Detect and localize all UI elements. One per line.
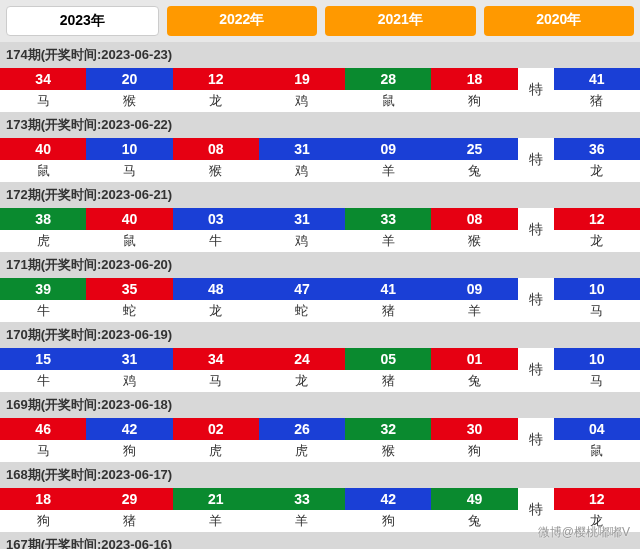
draw-header: 174期(开奖时间:2023-06-23): [0, 42, 640, 68]
ball-zodiac: 猪: [345, 370, 431, 392]
ball-cell: 25兔: [431, 138, 517, 182]
special-label: 特: [518, 418, 554, 462]
year-tabs: 2023年 2022年 2021年 2020年: [0, 0, 640, 42]
ball-zodiac: 马: [86, 160, 172, 182]
ball-row: 39牛35蛇48龙47蛇41猪09羊特10马: [0, 278, 640, 322]
ball-number: 18: [431, 68, 517, 90]
ball-number: 31: [259, 138, 345, 160]
ball-cell: 47蛇: [259, 278, 345, 322]
special-cell: 12龙: [554, 208, 640, 252]
ball-zodiac: 龙: [173, 300, 259, 322]
special-cell: 10马: [554, 348, 640, 392]
tab-2023[interactable]: 2023年: [6, 6, 159, 36]
ball-zodiac: 兔: [431, 510, 517, 532]
ball-zodiac: 羊: [259, 510, 345, 532]
ball-number: 47: [259, 278, 345, 300]
draw-header: 173期(开奖时间:2023-06-22): [0, 112, 640, 138]
ball-zodiac: 猪: [345, 300, 431, 322]
ball-zodiac: 马: [0, 90, 86, 112]
ball-number: 49: [431, 488, 517, 510]
ball-number: 35: [86, 278, 172, 300]
draw-header: 168期(开奖时间:2023-06-17): [0, 462, 640, 488]
special-cell: 41猪: [554, 68, 640, 112]
special-zodiac: 马: [554, 370, 640, 392]
ball-zodiac: 猴: [86, 90, 172, 112]
ball-row: 46马42狗02虎26虎32猴30狗特04鼠: [0, 418, 640, 462]
ball-number: 41: [345, 278, 431, 300]
ball-row: 40鼠10马08猴31鸡09羊25兔特36龙: [0, 138, 640, 182]
ball-number: 40: [86, 208, 172, 230]
special-number: 10: [554, 278, 640, 300]
ball-zodiac: 蛇: [259, 300, 345, 322]
ball-cell: 49兔: [431, 488, 517, 532]
tab-2020[interactable]: 2020年: [484, 6, 635, 36]
special-zodiac: 龙: [554, 230, 640, 252]
ball-number: 15: [0, 348, 86, 370]
ball-zodiac: 狗: [431, 440, 517, 462]
ball-row: 34马20猴12龙19鸡28鼠18狗特41猪: [0, 68, 640, 112]
ball-number: 10: [86, 138, 172, 160]
ball-cell: 39牛: [0, 278, 86, 322]
ball-number: 19: [259, 68, 345, 90]
ball-number: 29: [86, 488, 172, 510]
ball-cell: 42狗: [86, 418, 172, 462]
draw-block: 168期(开奖时间:2023-06-17)18狗29猪21羊33羊42狗49兔特…: [0, 462, 640, 532]
ball-cell: 18狗: [0, 488, 86, 532]
special-zodiac: 鼠: [554, 440, 640, 462]
ball-cell: 32猴: [345, 418, 431, 462]
special-label: 特: [518, 208, 554, 252]
draw-header: 169期(开奖时间:2023-06-18): [0, 392, 640, 418]
ball-number: 39: [0, 278, 86, 300]
draw-header: 171期(开奖时间:2023-06-20): [0, 252, 640, 278]
ball-zodiac: 羊: [345, 230, 431, 252]
ball-zodiac: 龙: [173, 90, 259, 112]
ball-cell: 18狗: [431, 68, 517, 112]
ball-zodiac: 羊: [173, 510, 259, 532]
ball-number: 12: [173, 68, 259, 90]
special-label: 特: [518, 138, 554, 182]
tab-2022[interactable]: 2022年: [167, 6, 318, 36]
ball-cell: 20猴: [86, 68, 172, 112]
special-cell: 36龙: [554, 138, 640, 182]
ball-zodiac: 猴: [345, 440, 431, 462]
ball-zodiac: 虎: [259, 440, 345, 462]
ball-zodiac: 狗: [86, 440, 172, 462]
ball-zodiac: 狗: [431, 90, 517, 112]
special-number: 36: [554, 138, 640, 160]
ball-zodiac: 猪: [86, 510, 172, 532]
ball-number: 34: [0, 68, 86, 90]
ball-number: 28: [345, 68, 431, 90]
ball-cell: 40鼠: [0, 138, 86, 182]
ball-number: 34: [173, 348, 259, 370]
ball-cell: 31鸡: [86, 348, 172, 392]
ball-cell: 38虎: [0, 208, 86, 252]
ball-zodiac: 虎: [0, 230, 86, 252]
special-number: 10: [554, 348, 640, 370]
ball-cell: 21羊: [173, 488, 259, 532]
special-number: 41: [554, 68, 640, 90]
ball-number: 18: [0, 488, 86, 510]
draw-block: 170期(开奖时间:2023-06-19)15牛31鸡34马24龙05猪01兔特…: [0, 322, 640, 392]
ball-number: 40: [0, 138, 86, 160]
tab-2021[interactable]: 2021年: [325, 6, 476, 36]
ball-zodiac: 羊: [345, 160, 431, 182]
special-number: 12: [554, 208, 640, 230]
ball-cell: 26虎: [259, 418, 345, 462]
ball-number: 42: [86, 418, 172, 440]
ball-cell: 10马: [86, 138, 172, 182]
special-label: 特: [518, 68, 554, 112]
ball-cell: 34马: [173, 348, 259, 392]
ball-cell: 31鸡: [259, 138, 345, 182]
ball-cell: 31鸡: [259, 208, 345, 252]
ball-cell: 35蛇: [86, 278, 172, 322]
ball-cell: 08猴: [431, 208, 517, 252]
ball-zodiac: 猴: [431, 230, 517, 252]
ball-zodiac: 牛: [0, 370, 86, 392]
ball-number: 24: [259, 348, 345, 370]
ball-number: 09: [345, 138, 431, 160]
special-zodiac: 马: [554, 300, 640, 322]
ball-number: 46: [0, 418, 86, 440]
special-zodiac: 龙: [554, 160, 640, 182]
draw-list: 174期(开奖时间:2023-06-23)34马20猴12龙19鸡28鼠18狗特…: [0, 42, 640, 549]
ball-zodiac: 鸡: [259, 160, 345, 182]
